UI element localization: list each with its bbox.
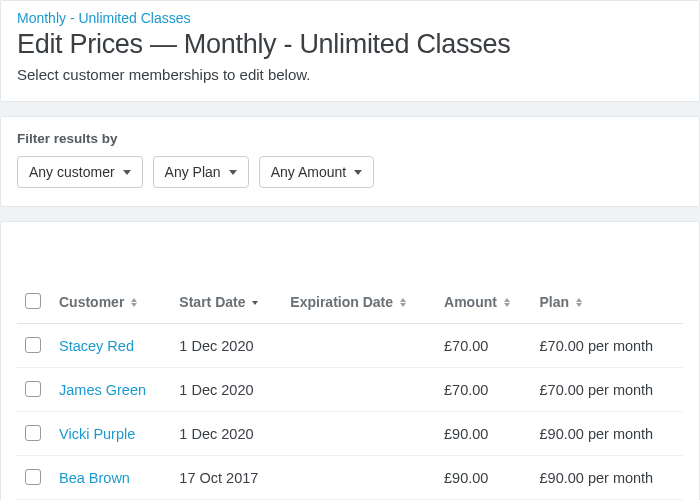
caret-down-icon bbox=[123, 170, 131, 175]
filter-plan-label: Any Plan bbox=[165, 164, 221, 180]
row-checkbox[interactable] bbox=[25, 381, 41, 397]
sort-icon bbox=[131, 298, 137, 307]
cell-expiration-date bbox=[282, 456, 436, 500]
caret-down-icon bbox=[229, 170, 237, 175]
row-checkbox[interactable] bbox=[25, 425, 41, 441]
cell-expiration-date bbox=[282, 412, 436, 456]
header-customer[interactable]: Customer bbox=[51, 282, 171, 324]
sort-icon bbox=[400, 298, 406, 307]
cell-plan: £90.00 per month bbox=[532, 412, 683, 456]
header-checkbox-cell bbox=[17, 282, 51, 324]
cell-expiration-date bbox=[282, 368, 436, 412]
row-checkbox-cell bbox=[17, 368, 51, 412]
cell-plan: £70.00 per month bbox=[532, 368, 683, 412]
filter-row: Any customer Any Plan Any Amount bbox=[17, 156, 683, 188]
cell-amount: £70.00 bbox=[436, 368, 532, 412]
page-title: Edit Prices — Monthly - Unlimited Classe… bbox=[17, 29, 683, 60]
sort-icon bbox=[504, 298, 510, 307]
customer-link[interactable]: Stacey Red bbox=[59, 338, 134, 354]
breadcrumb[interactable]: Monthly - Unlimited Classes bbox=[17, 10, 191, 26]
cell-amount: £90.00 bbox=[436, 412, 532, 456]
cell-plan: £70.00 per month bbox=[532, 324, 683, 368]
cell-start-date: 1 Dec 2020 bbox=[171, 324, 282, 368]
page-subtitle: Select customer memberships to edit belo… bbox=[17, 66, 683, 83]
customer-link[interactable]: Vicki Purple bbox=[59, 426, 135, 442]
row-checkbox[interactable] bbox=[25, 469, 41, 485]
header-expiration-date-label: Expiration Date bbox=[290, 294, 393, 310]
header-customer-label: Customer bbox=[59, 294, 124, 310]
cell-start-date: 1 Dec 2020 bbox=[171, 368, 282, 412]
header-plan-label: Plan bbox=[540, 294, 570, 310]
cell-customer: James Green bbox=[51, 368, 171, 412]
table-panel: Customer Start Date Expiration Date Amou… bbox=[0, 221, 700, 500]
header-start-date[interactable]: Start Date bbox=[171, 282, 282, 324]
row-checkbox[interactable] bbox=[25, 337, 41, 353]
table-row: James Green1 Dec 2020£70.00£70.00 per mo… bbox=[17, 368, 683, 412]
filter-panel: Filter results by Any customer Any Plan … bbox=[0, 116, 700, 207]
row-checkbox-cell bbox=[17, 324, 51, 368]
table-row: Bea Brown17 Oct 2017£90.00£90.00 per mon… bbox=[17, 456, 683, 500]
cell-amount: £70.00 bbox=[436, 324, 532, 368]
table-row: Vicki Purple1 Dec 2020£90.00£90.00 per m… bbox=[17, 412, 683, 456]
header-start-date-label: Start Date bbox=[179, 294, 245, 310]
customer-link[interactable]: Bea Brown bbox=[59, 470, 130, 486]
customer-link[interactable]: James Green bbox=[59, 382, 146, 398]
cell-start-date: 17 Oct 2017 bbox=[171, 456, 282, 500]
cell-customer: Vicki Purple bbox=[51, 412, 171, 456]
cell-customer: Bea Brown bbox=[51, 456, 171, 500]
filter-plan-dropdown[interactable]: Any Plan bbox=[153, 156, 249, 188]
cell-plan: £90.00 per month bbox=[532, 456, 683, 500]
header-panel: Monthly - Unlimited Classes Edit Prices … bbox=[0, 0, 700, 102]
row-checkbox-cell bbox=[17, 412, 51, 456]
header-amount[interactable]: Amount bbox=[436, 282, 532, 324]
sort-icon bbox=[252, 301, 258, 305]
cell-expiration-date bbox=[282, 324, 436, 368]
filter-amount-label: Any Amount bbox=[271, 164, 347, 180]
sort-icon bbox=[576, 298, 582, 307]
cell-amount: £90.00 bbox=[436, 456, 532, 500]
filter-label: Filter results by bbox=[17, 131, 683, 146]
header-plan[interactable]: Plan bbox=[532, 282, 683, 324]
select-all-checkbox[interactable] bbox=[25, 293, 41, 309]
filter-customer-dropdown[interactable]: Any customer bbox=[17, 156, 143, 188]
filter-amount-dropdown[interactable]: Any Amount bbox=[259, 156, 375, 188]
cell-customer: Stacey Red bbox=[51, 324, 171, 368]
caret-down-icon bbox=[354, 170, 362, 175]
table-row: Stacey Red1 Dec 2020£70.00£70.00 per mon… bbox=[17, 324, 683, 368]
header-expiration-date[interactable]: Expiration Date bbox=[282, 282, 436, 324]
filter-customer-label: Any customer bbox=[29, 164, 115, 180]
row-checkbox-cell bbox=[17, 456, 51, 500]
cell-start-date: 1 Dec 2020 bbox=[171, 412, 282, 456]
header-amount-label: Amount bbox=[444, 294, 497, 310]
memberships-table: Customer Start Date Expiration Date Amou… bbox=[17, 282, 683, 500]
